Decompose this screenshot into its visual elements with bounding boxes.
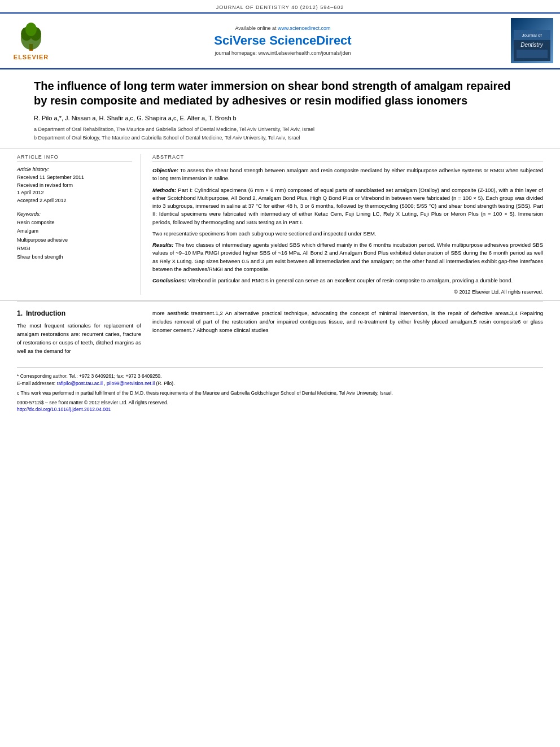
top-banner: ELSEVIER Available online at www.science… — [0, 12, 560, 68]
elsevier-logo-section: ELSEVIER — [6, 18, 56, 63]
abstract-sem: Two representative specimens from each s… — [152, 230, 543, 238]
article-info-column: ARTICLE INFO Article history: Received 1… — [17, 154, 141, 295]
received-date: Received 11 September 2011 — [17, 174, 132, 182]
accepted-date: Accepted 2 April 2012 — [17, 197, 132, 205]
journal-header: JOURNAL OF DENTISTRY 40 (2012) 594–602 — [0, 0, 560, 12]
article-abstract-section: ARTICLE INFO Article history: Received 1… — [0, 148, 560, 301]
intro-paragraph-right: more aesthetic treatment.1,2 An alternat… — [152, 309, 543, 334]
article-history-group: Article history: Received 11 September 2… — [17, 167, 132, 204]
intro-left-text: The most frequent rationales for replace… — [17, 322, 141, 355]
dentistry-box: Journal of Dentistry — [511, 18, 553, 63]
doi-link[interactable]: http://dx.doi.org/10.1016/j.jdent.2012.0… — [17, 407, 111, 412]
objective-text: To assess the shear bond strength betwee… — [152, 167, 543, 181]
results-text: The two classes of intermediary agents y… — [152, 242, 543, 272]
affiliation-b: b Department of Oral Biology, The Mauric… — [34, 134, 526, 142]
keyword-4: RMGI — [17, 244, 132, 253]
keyword-1: Resin composite — [17, 219, 132, 227]
corresponding-author-note: * Corresponding author. Tel.: +972 3 640… — [17, 373, 543, 380]
article-info-label: ARTICLE INFO — [17, 154, 132, 162]
abstract-conclusions: Conclusions: Vitrebond in particular and… — [152, 277, 543, 285]
history-label: Article history: — [17, 167, 132, 172]
intro-number: 1. — [17, 309, 23, 317]
email2-link[interactable]: pilo99@netvision.net.il — [107, 381, 155, 386]
methods-text: Part I: Cylindrical specimens (6 mm × 6 … — [152, 187, 543, 225]
paper-title-section: The influence of long term water immersi… — [0, 69, 560, 148]
journal-homepage-text: journal homepage: www.intl.elsevierhealt… — [215, 50, 351, 56]
abstract-objective: Objective: To assess the shear bond stre… — [152, 167, 543, 183]
doi-note: http://dx.doi.org/10.1016/j.jdent.2012.0… — [17, 406, 543, 413]
issn-note: 0300-5712/$ – see front matter © 2012 El… — [17, 399, 543, 407]
introduction-heading: 1. Introduction — [17, 309, 141, 317]
body-section: 1. Introduction The most frequent ration… — [0, 302, 560, 359]
elsevier-brand-text: ELSEVIER — [14, 54, 49, 60]
copyright-line: © 2012 Elsevier Ltd. All rights reserved… — [152, 289, 543, 295]
dentistry-logo-section: Journal of Dentistry — [509, 18, 554, 63]
elsevier-tree-icon — [14, 21, 48, 53]
intro-title: Introduction — [26, 309, 65, 317]
sciencedirect-link[interactable]: www.sciencedirect.com — [278, 25, 331, 31]
email-label: E-mail addresses: — [17, 381, 55, 386]
abstract-methods: Methods: Part I: Cylindrical specimens (… — [152, 186, 543, 226]
email1-link[interactable]: rafipilo@post.tau.ac.il — [56, 381, 102, 386]
keyword-3: Multipurpose adhesive — [17, 236, 132, 244]
objective-heading: Objective: — [152, 167, 178, 173]
intro-paragraph-left: The most frequent rationales for replace… — [17, 322, 141, 355]
dentistry-logo-image: Journal of Dentistry — [514, 30, 550, 61]
affiliation-a: a Department of Oral Rehabilitation, The… — [34, 126, 526, 133]
keyword-5: Shear bond strength — [17, 253, 132, 261]
abstract-results: Results: The two classes of intermediary… — [152, 241, 543, 273]
journal-header-text: JOURNAL OF DENTISTRY 40 (2012) 594–602 — [216, 5, 344, 10]
keywords-group: Keywords: Resin composite Amalgam Multip… — [17, 211, 132, 261]
svg-point-4 — [25, 23, 37, 36]
body-right-column: more aesthetic treatment.1,2 An alternat… — [152, 309, 543, 359]
intro-right-text: more aesthetic treatment.1,2 An alternat… — [152, 309, 543, 334]
sciverse-title: SciVerse ScienceDirect — [214, 33, 351, 48]
received-revised-label: Received in revised form — [17, 182, 132, 190]
received-revised-date: 1 April 2012 — [17, 189, 132, 197]
center-banner: Available online at www.sciencedirect.co… — [62, 18, 504, 63]
conclusions-text: Vitrebond in particular and RMGIs in gen… — [188, 277, 513, 283]
conclusions-heading: Conclusions: — [152, 277, 186, 283]
results-heading: Results: — [152, 242, 173, 248]
keywords-label: Keywords: — [17, 211, 132, 217]
footnote-c-note: c This work was performed in partial ful… — [17, 390, 543, 397]
available-online-text: Available online at www.sciencedirect.co… — [235, 25, 331, 31]
affiliations: a Department of Oral Rehabilitation, The… — [34, 126, 526, 141]
paper-title: The influence of long term water immersi… — [34, 78, 526, 108]
abstract-body: Objective: To assess the shear bond stre… — [152, 167, 543, 285]
svg-text:Dentistry: Dentistry — [520, 42, 543, 48]
abstract-label: ABSTRACT — [152, 154, 543, 162]
keyword-2: Amalgam — [17, 227, 132, 235]
abstract-column: ABSTRACT Objective: To assess the shear … — [152, 154, 543, 295]
footnotes-section: * Corresponding author. Tel.: +972 3 640… — [17, 368, 543, 413]
authors-line: R. Pilo a,*, J. Nissan a, H. Shafir a,c,… — [34, 115, 526, 121]
methods-heading: Methods: — [152, 187, 176, 193]
svg-rect-9 — [517, 50, 548, 58]
svg-text:Journal of: Journal of — [522, 33, 542, 38]
body-left-column: 1. Introduction The most frequent ration… — [17, 309, 141, 359]
email-note: E-mail addresses: rafipilo@post.tau.ac.i… — [17, 380, 543, 387]
